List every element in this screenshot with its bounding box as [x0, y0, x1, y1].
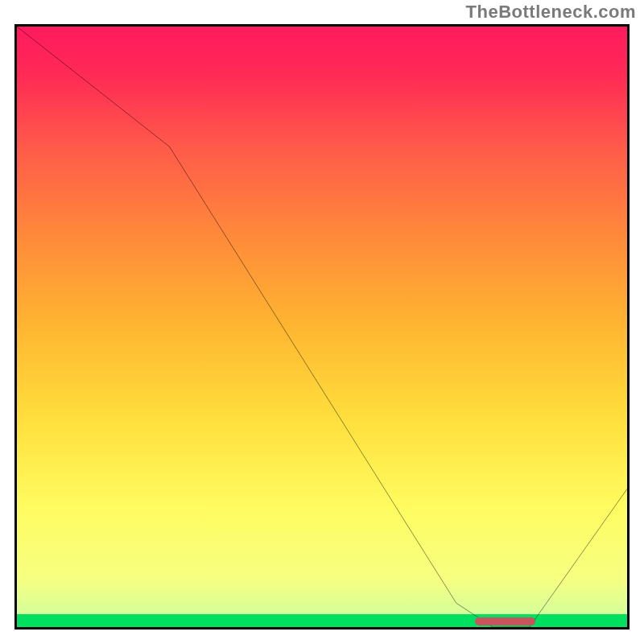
watermark-text: TheBottleneck.com: [466, 2, 636, 23]
optimal-range-marker: [475, 617, 536, 625]
chart-area: [14, 24, 630, 630]
bottleneck-curve: [17, 27, 627, 627]
